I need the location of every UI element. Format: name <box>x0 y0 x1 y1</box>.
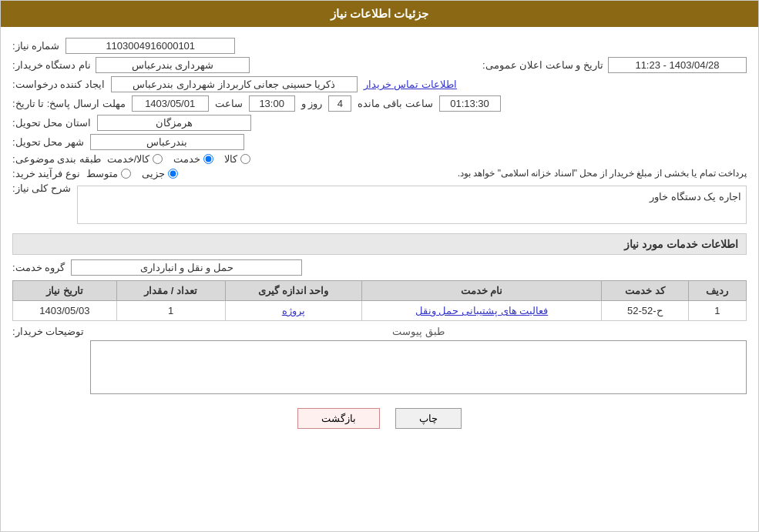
services-section-header: اطلاعات خدمات مورد نیاز <box>12 233 747 255</box>
service-group-value: حمل و نقل و انبارداری <box>71 259 302 276</box>
province-value: هرمزگان <box>97 115 251 131</box>
city-value: بندرعباس <box>90 134 244 150</box>
category-radio-kala[interactable] <box>240 154 250 164</box>
category-radio-khedmat[interactable] <box>203 154 213 164</box>
cell-code: ح-52-52 <box>601 301 688 321</box>
cell-name[interactable]: فعالیت های پشتیبانی حمل ونقل <box>362 301 602 321</box>
col-name: نام خدمت <box>362 281 602 301</box>
buyer-notes-textarea[interactable] <box>90 340 747 394</box>
province-label: استان محل تحویل: <box>12 117 91 129</box>
deadline-days-label: روز و <box>301 98 323 109</box>
col-row: ردیف <box>688 281 746 301</box>
category-radio-group: کالا/خدمت خدمت کالا <box>107 153 251 165</box>
need-desc-box: اجاره یک دستگاه خاور <box>77 186 747 224</box>
category-kala-khedmat-label: کالا/خدمت <box>107 153 150 165</box>
purchase-medium-label: متوسط <box>86 168 118 179</box>
purchase-type-note: پرداخت تمام یا بخشی از مبلغ خریدار از مح… <box>184 168 747 179</box>
category-option-kala[interactable]: کالا <box>224 153 250 165</box>
city-label: شهر محل تحویل: <box>12 136 84 148</box>
service-group-label: گروه خدمت: <box>12 262 65 273</box>
category-khedmat-label: خدمت <box>173 153 200 165</box>
back-button[interactable]: بازگشت <box>297 408 380 429</box>
purchase-partial-label: جزیی <box>142 168 165 179</box>
col-date: تاریخ نیاز <box>13 281 117 301</box>
contact-link[interactable]: اطلاعات تماس خریدار <box>364 79 457 90</box>
category-option-kala-khedmat[interactable]: کالا/خدمت <box>107 153 163 165</box>
category-option-khedmat[interactable]: خدمت <box>173 153 213 165</box>
creator-value: ذکریا حسینی جعانی کاربرداز شهرداری بندرع… <box>111 76 358 92</box>
services-table: ردیف کد خدمت نام خدمت واحد اندازه گیری ت… <box>12 280 747 321</box>
buyer-notes-tab: طبق پیوست <box>90 326 747 337</box>
creator-label: ایجاد کننده درخواست: <box>12 79 105 90</box>
deadline-remaining-label: ساعت باقی مانده <box>358 98 432 109</box>
buyer-notes-area: طبق پیوست <box>90 326 747 396</box>
deadline-time-label: ساعت <box>215 98 243 109</box>
col-count: تعداد / مقدار <box>116 281 225 301</box>
deadline-date-value: 1403/05/01 <box>132 95 209 112</box>
purchase-type-option-partial[interactable]: جزیی <box>142 168 178 179</box>
cell-unit[interactable]: پروژه <box>225 301 362 321</box>
buyer-org-label: نام دستگاه خریدار: <box>12 59 91 71</box>
buyer-org-value: شهرداری بندرعباس <box>96 57 250 73</box>
category-label: طبقه بندی موضوعی: <box>12 153 101 165</box>
purchase-radio-medium[interactable] <box>121 169 131 179</box>
order-number-label: شماره نیاز: <box>12 40 59 52</box>
footer-buttons: چاپ بازگشت <box>12 408 747 429</box>
purchase-type-label: نوع فرآیند خرید: <box>12 168 80 179</box>
col-unit: واحد اندازه گیری <box>225 281 362 301</box>
buyer-notes-label: توضیحات خریدار: <box>12 326 84 337</box>
deadline-remaining-value: 01:13:30 <box>439 95 501 112</box>
category-radio-kala-khedmat[interactable] <box>153 154 163 164</box>
date-announce-value: 1403/04/28 - 11:23 <box>608 57 747 73</box>
purchase-type-radio-group: متوسط جزیی <box>86 168 178 179</box>
print-button[interactable]: چاپ <box>395 408 462 429</box>
deadline-label: مهلت ارسال پاسخ: تا تاریخ: <box>12 98 126 109</box>
need-desc-value: اجاره یک دستگاه خاور <box>650 191 741 202</box>
col-code: کد خدمت <box>601 281 688 301</box>
cell-count: 1 <box>116 301 225 321</box>
date-announce-label: تاریخ و ساعت اعلان عمومی: <box>482 59 603 71</box>
order-number-value: 1103004916000101 <box>65 38 235 54</box>
purchase-type-option-medium[interactable]: متوسط <box>86 168 131 179</box>
need-desc-label: شرح کلی نیاز: <box>12 182 71 194</box>
purchase-radio-partial[interactable] <box>168 169 178 179</box>
page-title: جزئیات اطلاعات نیاز <box>1 1 758 27</box>
deadline-days-value: 4 <box>328 95 351 112</box>
table-row: 1 ح-52-52 فعالیت های پشتیبانی حمل ونقل پ… <box>13 301 747 321</box>
cell-date: 1403/05/03 <box>13 301 117 321</box>
deadline-time-value: 13:00 <box>249 95 295 112</box>
category-kala-label: کالا <box>224 153 237 165</box>
cell-row: 1 <box>688 301 746 321</box>
